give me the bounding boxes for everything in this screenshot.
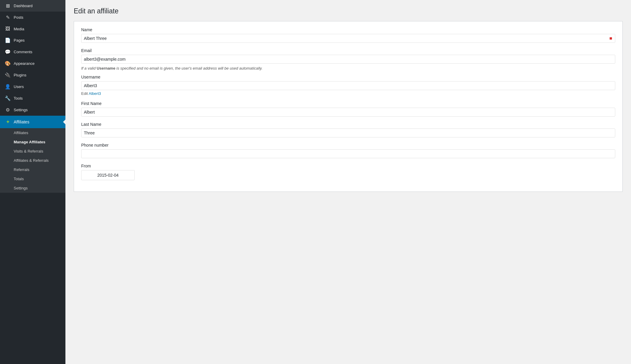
email-hint: If a valid Username is specified and no … <box>81 66 615 70</box>
sidebar-item-affiliates[interactable]: ✦ Affiliates <box>0 116 65 128</box>
edit-user-link-wrapper: Edit Albert3 <box>81 91 615 96</box>
name-label: Name <box>81 27 615 32</box>
sidebar-label-appearance: Appearance <box>14 61 34 66</box>
sidebar-item-pages[interactable]: 📄 Pages <box>0 34 65 46</box>
sidebar-label-users: Users <box>14 84 24 89</box>
submenu-item-totals[interactable]: Totals <box>0 174 65 183</box>
from-group: From <box>81 164 615 180</box>
sidebar: ⊞ Dashboard ✎ Posts 🖼 Media 📄 Pages 💬 Co… <box>0 0 65 364</box>
plugins-icon: 🔌 <box>5 72 11 78</box>
sidebar-item-comments[interactable]: 💬 Comments <box>0 46 65 58</box>
edit-prefix: Edit <box>81 91 89 96</box>
required-indicator: ■ <box>609 36 612 41</box>
sidebar-item-users[interactable]: 👤 Users <box>0 81 65 92</box>
sidebar-label-posts: Posts <box>14 15 23 20</box>
edit-affiliate-form: Name ■ Email If a valid Username is spec… <box>74 21 623 192</box>
sidebar-item-media[interactable]: 🖼 Media <box>0 23 65 34</box>
settings-icon: ⚙ <box>5 107 11 113</box>
users-icon: 👤 <box>5 84 11 90</box>
sidebar-label-media: Media <box>14 27 24 31</box>
email-hint-prefix: If a valid <box>81 66 97 70</box>
submenu-item-visits-referrals[interactable]: Visits & Referrals <box>0 147 65 156</box>
username-group: Username Edit Albert3 <box>81 75 615 96</box>
sidebar-label-comments: Comments <box>14 50 32 54</box>
sidebar-item-plugins[interactable]: 🔌 Plugins <box>0 69 65 81</box>
phone-input[interactable] <box>81 149 615 158</box>
main-content: Edit an affiliate Name ■ Email If a vali… <box>65 0 631 364</box>
name-input-wrapper: ■ <box>81 34 615 43</box>
phone-label: Phone number <box>81 143 615 148</box>
username-label: Username <box>81 75 615 79</box>
affiliates-submenu: Affiliates Manage Affiliates Visits & Re… <box>0 128 65 193</box>
phone-group: Phone number <box>81 143 615 158</box>
page-title: Edit an affiliate <box>74 7 623 15</box>
sidebar-label-dashboard: Dashboard <box>14 4 33 8</box>
affiliates-arrow-icon <box>63 120 65 124</box>
from-date-input[interactable] <box>81 170 135 180</box>
sidebar-label-settings: Settings <box>14 108 28 112</box>
email-label: Email <box>81 48 615 53</box>
tools-icon: 🔧 <box>5 95 11 101</box>
email-input[interactable] <box>81 55 615 64</box>
name-input[interactable] <box>81 34 615 43</box>
lastname-input[interactable] <box>81 128 615 137</box>
sidebar-label-pages: Pages <box>14 38 25 43</box>
media-icon: 🖼 <box>5 26 11 32</box>
firstname-group: First Name <box>81 101 615 117</box>
from-label: From <box>81 164 615 168</box>
submenu-item-affiliates-referrals[interactable]: Affiliates & Referrals <box>0 156 65 165</box>
sidebar-label-plugins: Plugins <box>14 73 26 77</box>
submenu-item-manage-affiliates[interactable]: Manage Affiliates <box>0 137 65 147</box>
submenu-item-affiliate-settings[interactable]: Settings <box>0 183 65 193</box>
username-input[interactable] <box>81 81 615 90</box>
submenu-item-affiliates[interactable]: Affiliates <box>0 128 65 137</box>
comments-icon: 💬 <box>5 49 11 55</box>
edit-user-link[interactable]: Albert3 <box>89 91 101 96</box>
firstname-input[interactable] <box>81 108 615 117</box>
lastname-group: Last Name <box>81 122 615 137</box>
lastname-label: Last Name <box>81 122 615 127</box>
email-hint-suffix: is specified and no email is given, the … <box>115 66 263 70</box>
email-group: Email <box>81 48 615 64</box>
sidebar-item-dashboard[interactable]: ⊞ Dashboard <box>0 0 65 12</box>
name-group: Name ■ <box>81 27 615 43</box>
appearance-icon: 🎨 <box>5 61 11 66</box>
sidebar-item-settings[interactable]: ⚙ Settings <box>0 104 65 116</box>
email-hint-bold: Username <box>97 66 115 70</box>
sidebar-item-appearance[interactable]: 🎨 Appearance <box>0 58 65 69</box>
sidebar-label-tools: Tools <box>14 96 23 101</box>
sidebar-item-posts[interactable]: ✎ Posts <box>0 12 65 23</box>
affiliates-icon: ✦ <box>5 119 11 125</box>
dashboard-icon: ⊞ <box>5 3 11 9</box>
affiliates-label: Affiliates <box>14 120 29 124</box>
firstname-label: First Name <box>81 101 615 106</box>
pages-icon: 📄 <box>5 37 11 43</box>
submenu-item-referrals[interactable]: Referrals <box>0 165 65 174</box>
sidebar-item-tools[interactable]: 🔧 Tools <box>0 92 65 104</box>
posts-icon: ✎ <box>5 15 11 20</box>
